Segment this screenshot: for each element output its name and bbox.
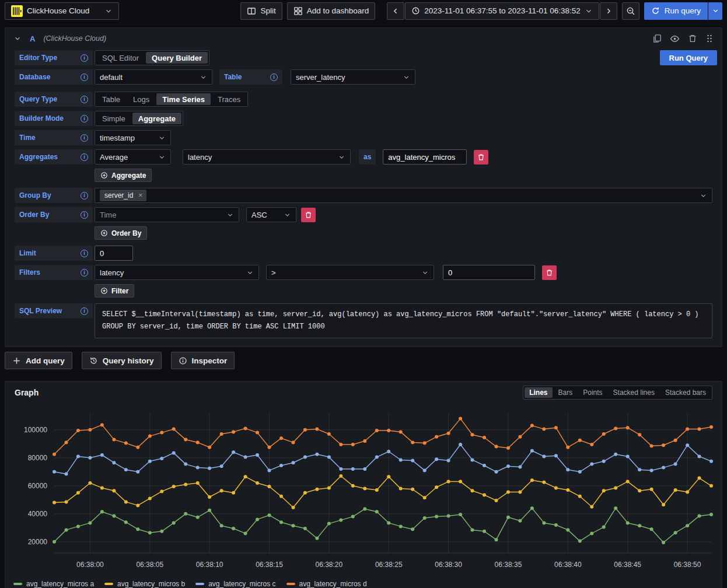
info-icon[interactable]: i <box>81 192 88 200</box>
drag-handle-icon[interactable] <box>705 34 714 43</box>
add-query-button[interactable]: Add query <box>5 352 72 369</box>
remove-chip-icon[interactable]: × <box>137 191 144 200</box>
group-by-multiselect[interactable]: server_id × <box>95 188 712 203</box>
time-shift-forward-button[interactable] <box>600 2 617 20</box>
query-header-actions <box>652 34 714 44</box>
remove-query-trash-icon[interactable] <box>688 34 697 43</box>
vis-mode-stacked-lines[interactable]: Stacked lines <box>609 387 659 398</box>
info-icon[interactable]: i <box>81 115 88 123</box>
info-icon[interactable]: i <box>81 211 88 219</box>
info-icon[interactable]: i <box>81 74 88 81</box>
chevron-down-icon <box>200 74 207 81</box>
svg-text:06:38:05: 06:38:05 <box>136 561 163 569</box>
run-query-button[interactable]: Run query <box>644 2 708 20</box>
add-filter-button[interactable]: Filter <box>95 284 134 298</box>
run-query-interval-dropdown[interactable] <box>708 2 722 20</box>
legend-item-series-d[interactable]: avg_latency_micros d <box>286 580 367 588</box>
filter-value-input[interactable] <box>443 265 535 280</box>
query-type-option-table[interactable]: Table <box>96 93 126 105</box>
disable-query-eye-icon[interactable] <box>670 34 680 44</box>
aggregate-column-select[interactable]: latency <box>183 149 351 164</box>
time-column-select[interactable]: timestamp <box>95 130 171 145</box>
builder-mode-option-simple[interactable]: Simple <box>96 113 131 124</box>
datasource-picker[interactable]: ClickHouse Cloud <box>5 2 119 20</box>
info-icon[interactable]: i <box>81 250 88 257</box>
duplicate-query-icon[interactable] <box>652 34 662 43</box>
info-icon[interactable]: i <box>81 134 88 142</box>
info-icon[interactable]: i <box>270 74 278 81</box>
chevron-down-icon <box>158 153 166 161</box>
svg-text:06:38:15: 06:38:15 <box>256 561 283 569</box>
order-by-label: Order By i <box>15 207 93 222</box>
editor-type-option-query-builder[interactable]: Query Builder <box>146 52 208 64</box>
vis-mode-bars[interactable]: Bars <box>554 387 578 398</box>
filters-label: Filters i <box>15 265 93 280</box>
inspector-button[interactable]: Inspector <box>171 352 235 369</box>
order-by-field-select[interactable]: Time <box>95 207 239 222</box>
group-by-row: Group By i server_id × <box>15 188 712 203</box>
editor-type-option-sql-editor[interactable]: SQL Editor <box>96 52 145 64</box>
vis-mode-stacked-bars[interactable]: Stacked bars <box>660 387 711 398</box>
legend-item-series-a[interactable]: avg_latency_micros a <box>13 580 94 588</box>
series-color-marker <box>104 583 113 585</box>
remove-order-by-button[interactable] <box>301 208 316 222</box>
svg-text:06:38:00: 06:38:00 <box>76 561 104 569</box>
vis-mode-lines[interactable]: Lines <box>525 387 552 398</box>
graph-panel: Graph Lines Bars Points Stacked lines St… <box>5 381 722 588</box>
filter-operator-select[interactable]: > <box>266 265 434 280</box>
zoom-out-button[interactable] <box>622 2 639 20</box>
svg-text:06:38:45: 06:38:45 <box>614 561 641 569</box>
builder-mode-option-aggregate[interactable]: Aggregate <box>132 113 181 124</box>
limit-input[interactable] <box>95 246 133 261</box>
info-icon[interactable]: i <box>81 96 88 103</box>
info-icon[interactable]: i <box>81 153 88 161</box>
query-type-label: Query Type i <box>15 92 93 107</box>
remove-filter-button[interactable] <box>542 265 557 280</box>
info-icon[interactable]: i <box>81 269 88 276</box>
info-icon[interactable]: i <box>81 307 88 315</box>
time-shift-back-button[interactable] <box>387 2 404 20</box>
run-query-editor-button[interactable]: Run Query <box>660 50 717 65</box>
time-range-picker[interactable]: 2023-11-01 06:37:55 to 2023-11-01 06:38:… <box>405 2 599 20</box>
info-icon[interactable]: i <box>81 54 88 62</box>
aggregate-alias-input[interactable] <box>383 149 467 164</box>
aggregate-function-select[interactable]: Average <box>95 149 171 164</box>
info-circle-icon <box>179 356 187 365</box>
split-icon <box>247 6 256 16</box>
plus-circle-icon <box>100 172 108 179</box>
query-history-button[interactable]: Query history <box>82 352 162 369</box>
search-minus-icon <box>626 6 635 16</box>
series-color-marker <box>13 583 22 585</box>
legend-item-series-c[interactable]: avg_latency_micros c <box>195 580 275 588</box>
query-type-option-time-series[interactable]: Time Series <box>156 93 211 105</box>
query-builder-body: Editor Type i SQL Editor Query Builder D… <box>5 49 722 346</box>
sql-preview-label: SQL Preview i <box>15 303 93 318</box>
query-type-row: Query Type i Table Logs Time Series Trac… <box>15 92 712 107</box>
filter-field-select[interactable]: latency <box>95 265 259 280</box>
database-label: Database i <box>15 69 93 85</box>
time-row: Time i timestamp <box>15 130 712 145</box>
order-by-direction-select[interactable]: ASC <box>246 207 296 222</box>
split-button[interactable]: Split <box>240 2 282 20</box>
editor-type-row: Editor Type i SQL Editor Query Builder <box>15 50 712 65</box>
angle-left-icon <box>392 7 400 15</box>
add-filter-row: Filter <box>95 284 712 298</box>
table-select[interactable]: server_latency <box>291 69 415 85</box>
table-label: Table i <box>219 69 282 85</box>
svg-text:06:38:20: 06:38:20 <box>316 561 343 569</box>
collapse-query-chevron[interactable] <box>13 34 22 43</box>
vis-mode-points[interactable]: Points <box>578 387 607 398</box>
query-type-option-traces[interactable]: Traces <box>212 93 246 105</box>
visualization-mode-toggle: Lines Bars Points Stacked lines Stacked … <box>523 386 712 400</box>
chart-area: 2000040000600008000010000006:38:0006:38:… <box>5 404 722 578</box>
add-order-by-button[interactable]: Order By <box>95 226 147 240</box>
group-by-label: Group By i <box>15 188 93 203</box>
remove-aggregate-button[interactable] <box>474 150 488 164</box>
add-to-dashboard-button[interactable]: Add to dashboard <box>287 2 376 20</box>
legend-item-series-b[interactable]: avg_latency_micros b <box>104 580 185 588</box>
aggregates-row: Aggregates i Average latency as <box>15 149 712 164</box>
query-type-option-logs[interactable]: Logs <box>127 93 155 105</box>
add-aggregate-button[interactable]: Aggregate <box>95 169 152 182</box>
chart-legend: avg_latency_micros a avg_latency_micros … <box>5 578 722 588</box>
database-select[interactable]: default <box>95 69 212 85</box>
